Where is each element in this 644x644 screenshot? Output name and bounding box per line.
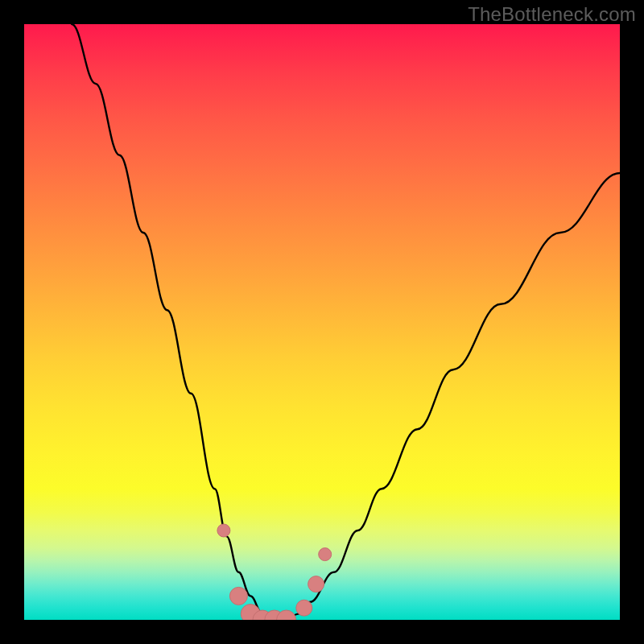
plot-area (24, 24, 620, 620)
watermark-text: TheBottleneck.com (468, 3, 636, 26)
marker-dot (229, 587, 247, 605)
marker-dot (277, 610, 296, 620)
chart-frame: TheBottleneck.com (0, 0, 644, 644)
marker-dot (241, 605, 260, 620)
curve-group (72, 24, 620, 620)
marker-dot (217, 524, 230, 537)
curve-layer (24, 24, 620, 620)
marker-dot (253, 610, 272, 620)
bottleneck-curve (72, 24, 620, 620)
marker-dot (296, 600, 312, 616)
marker-dot (319, 548, 332, 561)
marker-group (217, 524, 332, 620)
marker-dot (308, 576, 324, 592)
marker-dot (265, 610, 284, 620)
